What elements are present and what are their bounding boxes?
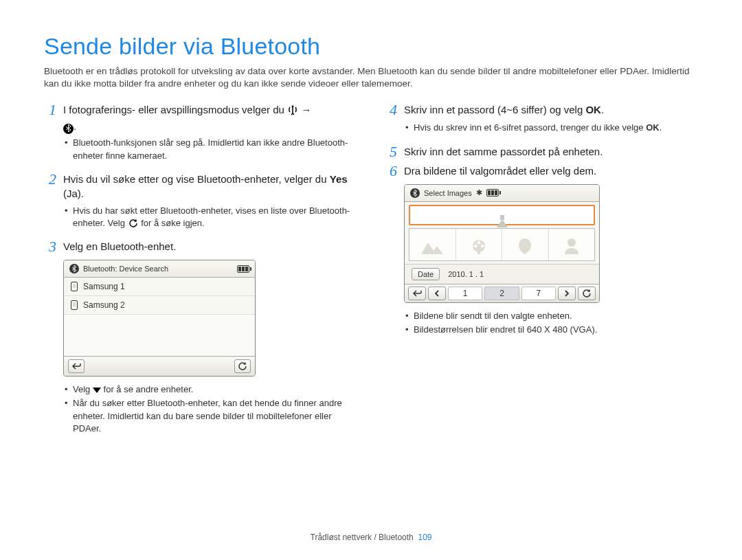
date-button[interactable]: Date	[412, 268, 440, 280]
phone-icon	[71, 282, 78, 291]
step4-bullets: Hvis du skrev inn et 6-sifret passord, t…	[385, 122, 698, 134]
antenna-icon	[287, 104, 298, 115]
step-1-cont: .	[44, 119, 357, 134]
step-3-text: Velg en Bluetooth-enhet.	[63, 239, 176, 254]
bullet: Hvis du skrev inn et 6-sifret passord, t…	[405, 122, 698, 134]
step-1-text: I fotograferings- eller avspillingsmodus…	[63, 102, 311, 117]
content-columns: 1 I fotograferings- eller avspillingsmod…	[44, 102, 698, 445]
intro-text: Bluetooth er en trådløs protokoll for ut…	[44, 65, 698, 90]
arrow-up-icon	[497, 208, 508, 227]
pager: 1 2 7	[405, 284, 599, 302]
step-5: 5 Skriv inn det samme passordet på enhet…	[385, 144, 698, 159]
thumbnail-row	[409, 228, 595, 261]
next-page-button[interactable]	[558, 287, 576, 300]
bullet: Hvis du har søkt etter Bluetooth-enheter…	[65, 205, 357, 229]
step1-part-b: .	[74, 120, 76, 132]
step2-bullets: Hvis du har søkt etter Bluetooth-enheter…	[44, 205, 357, 229]
device-list: Samsung 1 Samsung 2	[64, 278, 255, 356]
thumbnail[interactable]	[409, 229, 456, 260]
refresh-button[interactable]	[578, 287, 596, 300]
svg-point-0	[292, 106, 294, 108]
step-6-text: Dra bildene til valgområdet eller velg d…	[404, 164, 596, 178]
bluetooth-icon	[63, 124, 74, 134]
page-number[interactable]: 1	[448, 287, 482, 300]
device-titlebar: Bluetooth: Device Search	[64, 260, 255, 278]
footer-section: Trådløst nettverk / Bluetooth	[311, 533, 414, 542]
step-6: 6 Dra bildene til valgområdet eller velg…	[385, 164, 698, 179]
bluetooth-status-icon: ✱	[476, 188, 482, 197]
thumbnail[interactable]	[456, 229, 503, 260]
step-number: 5	[385, 144, 397, 159]
device-list-item[interactable]: Samsung 1	[64, 278, 255, 296]
device-bottombar	[64, 356, 255, 376]
bullet: Bildestørrelsen blir endret til 640 X 48…	[405, 324, 698, 336]
footer-page-number: 109	[418, 533, 431, 542]
bullet: Når du søker etter Bluetooth-enheter, ka…	[65, 397, 357, 435]
battery-icon	[237, 265, 249, 273]
thumbnail[interactable]	[502, 229, 549, 260]
step-4: 4 Skriv inn et passord (4~6 siffer) og v…	[385, 102, 698, 117]
back-button[interactable]	[408, 287, 426, 300]
page-number[interactable]: 7	[521, 287, 556, 300]
step-number: 6	[385, 164, 397, 179]
step-3: 3 Velg en Bluetooth-enhet.	[44, 239, 357, 254]
bluetooth-icon	[69, 264, 79, 273]
phone-icon	[71, 300, 78, 310]
prev-page-button[interactable]	[428, 287, 446, 300]
date-row: Date 2010. 1 . 1	[405, 264, 599, 284]
device2-title-text: Select Images	[424, 189, 472, 197]
step1-arrow: →	[301, 104, 311, 115]
device2-titlebar: Select Images ✱	[405, 185, 599, 202]
step3-bullets: Velg for å se andre enheter. Når du søke…	[44, 383, 357, 435]
list-item-label: Samsung 2	[83, 300, 125, 310]
svg-rect-2	[477, 251, 480, 254]
battery-icon	[486, 189, 499, 197]
date-value: 2010. 1 . 1	[448, 270, 484, 278]
page-title: Sende bilder via Bluetooth	[44, 33, 698, 60]
thumbnail[interactable]	[549, 229, 595, 260]
step-number: 1	[44, 102, 56, 117]
step-5-text: Skriv inn det samme passordet på enheten…	[404, 144, 603, 159]
page-footer: Trådløst nettverk / Bluetooth 109	[0, 533, 742, 542]
right-column: 4 Skriv inn et passord (4~6 siffer) og v…	[385, 102, 698, 445]
chevron-down-icon	[93, 388, 101, 393]
step-2-text: Hvis du vil søke etter og vise Bluetooth…	[63, 172, 357, 201]
step1-bullets: Bluetooth-funksjonen slår seg på. Imidle…	[44, 137, 357, 161]
step6-bullets: Bildene blir sendt til den valgte enhete…	[385, 310, 698, 336]
step-number: 4	[385, 102, 397, 117]
step-2: 2 Hvis du vil søke etter og vise Bluetoo…	[44, 172, 357, 201]
step-1: 1 I fotograferings- eller avspillingsmod…	[44, 102, 357, 117]
device-title-text: Bluetooth: Device Search	[83, 265, 233, 273]
device-list-empty	[64, 315, 255, 356]
bullet: Bluetooth-funksjonen slår seg på. Imidle…	[65, 137, 357, 161]
bullet: Velg for å se andre enheter.	[65, 383, 357, 396]
bullet: Bildene blir sendt til den valgte enhete…	[405, 310, 698, 322]
page-number[interactable]: 2	[484, 287, 519, 300]
drop-zone[interactable]	[409, 205, 595, 225]
select-images-screen: Select Images ✱	[404, 184, 600, 303]
step1-part-a: I fotograferings- eller avspillingsmodus…	[63, 104, 287, 115]
refresh-icon	[128, 218, 139, 229]
step-number: 2	[44, 172, 56, 187]
left-column: 1 I fotograferings- eller avspillingsmod…	[44, 102, 357, 445]
bluetooth-icon	[410, 188, 420, 198]
device-search-screen: Bluetooth: Device Search Samsung 1 Samsu…	[63, 260, 256, 377]
device-list-item[interactable]: Samsung 2	[64, 296, 255, 315]
step-4-text: Skriv inn et passord (4~6 siffer) og vel…	[404, 102, 604, 117]
refresh-button[interactable]	[234, 359, 251, 373]
step-number: 3	[44, 239, 56, 254]
back-button[interactable]	[68, 359, 85, 373]
list-item-label: Samsung 1	[83, 282, 125, 291]
svg-point-3	[567, 238, 576, 247]
